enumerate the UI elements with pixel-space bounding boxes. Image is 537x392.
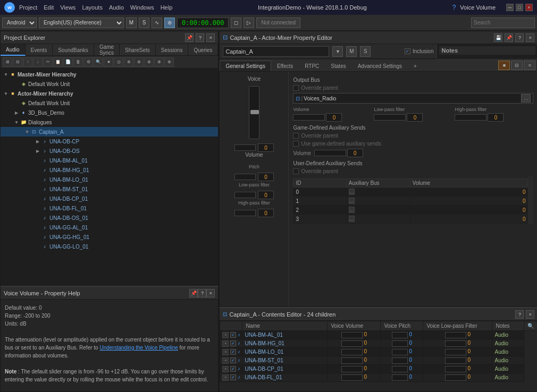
hpf-value[interactable]: 0 [258,209,274,217]
tab-rtpc[interactable]: RTPC [299,61,325,71]
view-btn-2[interactable]: ⊟ [511,61,523,70]
lpf-slider-1[interactable] [445,340,466,347]
contents-question-btn[interactable]: ? [515,310,524,319]
minimize-button[interactable]: ─ [506,4,514,11]
tab-queries[interactable]: Queries [188,44,218,56]
lpf-slider[interactable] [234,192,256,198]
menu-audio[interactable]: Audio [109,4,124,11]
aux-scrollbar[interactable] [528,176,533,224]
tree-item-una-ob-cp[interactable]: ▶ ♪ UNA-OB-CP [1,137,218,146]
tree-btn-14[interactable]: ⊕ [134,57,144,67]
language-select[interactable]: English(US) (Reference) [39,18,124,28]
pitch-slider-4[interactable] [392,366,408,372]
toolbar-s-btn[interactable]: S [139,18,149,28]
tree-btn-5[interactable]: ✂ [43,57,53,67]
tree-btn-11[interactable]: ★ [104,57,113,67]
menu-project[interactable]: Project [19,4,37,11]
expand-ctrl-5[interactable]: + [222,374,229,381]
tree-item-actor-mixer[interactable]: ▼ ■ Actor-Mixer Hierarchy [1,89,218,98]
tab-events[interactable]: Events [26,44,53,56]
aux-bus-1[interactable]: … [346,197,410,206]
lpf-slider-5[interactable] [445,374,466,381]
tab-add[interactable]: + [408,61,423,71]
m-button[interactable]: M [346,46,357,57]
hpf-slider[interactable] [234,210,256,216]
expand-ctrl-4[interactable]: + [222,366,229,372]
prop-question-btn[interactable]: ? [515,33,524,42]
expand-ctrl-0[interactable]: + [222,332,229,338]
lpf-value[interactable]: 0 [258,191,274,199]
check-2[interactable]: ✓ [230,349,236,355]
voice-volume-value[interactable]: 0 [258,143,274,152]
menu-views[interactable]: Views [60,4,75,11]
check-1[interactable]: ✓ [230,340,236,346]
aux-bus-btn-1[interactable]: … [349,198,355,204]
tab-soundbanks[interactable]: SoundBanks [53,44,94,56]
pitch-slider-2[interactable] [392,349,408,355]
expand-ctrl-3[interactable]: + [222,357,229,364]
bus-selector[interactable]: ⊡ | Voices_Radio … [293,93,533,104]
transport-play-btn[interactable]: ▷ [244,18,254,28]
pitch-slider[interactable] [234,174,256,180]
tree-item-una-bm-st[interactable]: ♪ UNA-BM-ST_01 [1,184,218,194]
help-link[interactable]: Understanding the Voice Pipeline [99,345,178,351]
check-4[interactable]: ✓ [230,366,236,372]
game-aux-vol-slider[interactable] [314,150,346,156]
view-btn-3[interactable]: ≡ [524,61,535,70]
tree-item-3dbus[interactable]: ▶ ♦ 3D_Bus_Demo [1,108,218,117]
tree-btn-6[interactable]: 📋 [53,57,63,67]
contents-table-container[interactable]: Name Voice Volume Voice Pitch Voice Low-… [220,321,537,391]
help-pin-btn[interactable]: 📌 [189,289,198,297]
project-tree[interactable]: ▼ ■ Master-Mixer Hierarchy ◆ Default Wor… [1,69,218,285]
tree-item-master-mixer[interactable]: ▼ ■ Master-Mixer Hierarchy [1,70,218,79]
tree-item-default-work-2[interactable]: ◆ Default Work Unit [1,98,218,108]
lpf-slider-4[interactable] [445,366,466,372]
user-aux-override-checkbox[interactable] [293,168,299,174]
game-aux-use-checkbox[interactable] [293,141,299,147]
tree-item-default-work-1[interactable]: ◆ Default Work Unit [1,79,218,89]
tab-sessions[interactable]: Sessions [156,44,189,56]
contents-close-btn[interactable]: × [526,310,534,319]
tree-btn-16[interactable]: ⊕ [154,57,164,67]
vol-slider-2[interactable] [341,349,363,355]
tab-effects[interactable]: Effects [271,61,299,71]
voice-volume-slider[interactable] [249,86,259,139]
explorer-pin-btn[interactable]: 📌 [185,33,194,42]
check-5[interactable]: ✓ [230,374,236,380]
tab-audio[interactable]: Audio [1,44,26,56]
aux-bus-0[interactable]: … [346,188,410,197]
lpf-filter-value[interactable]: 0 [407,113,423,122]
tab-states[interactable]: States [325,61,351,71]
tree-item-una-gg-lo[interactable]: ♪ UNA-GG-LO_01 [1,242,218,251]
tree-btn-8[interactable]: 🗑 [73,57,83,67]
lpf-slider-3[interactable] [445,357,466,364]
vol-slider-0[interactable] [341,332,363,338]
output-override-checkbox[interactable] [293,85,299,91]
help-question-btn[interactable]: ? [198,289,206,297]
tree-item-una-gg-hg[interactable]: ♪ UNA-GG-HG_01 [1,232,218,242]
tree-item-captain-a[interactable]: ▼ ⊡ Captain_A [1,127,218,137]
menu-help[interactable]: Help [161,4,173,11]
tree-item-una-db-os[interactable]: ♪ UNA-DB-OS_01 [1,213,218,223]
toolbar-m-btn[interactable]: M [126,18,137,28]
aux-bus-2[interactable]: … [346,206,410,215]
tree-btn-4[interactable]: ↓ [33,57,43,67]
inclusion-checkbox[interactable]: ✓ [405,48,410,54]
check-0[interactable]: ✓ [230,332,236,338]
col-name[interactable]: Name [242,321,328,331]
col-search[interactable]: 🔍 [524,321,537,331]
tree-item-una-bm-hg[interactable]: ♪ UNA-BM-HG_01 [1,165,218,175]
tree-btn-9[interactable]: ⚙ [83,57,93,67]
transport-stop-btn[interactable]: ◻ [231,18,241,28]
tree-item-una-bm-lo[interactable]: ♪ UNA-BM-LO_01 [1,175,218,184]
tree-btn-3[interactable]: ↑ [23,57,32,67]
tree-btn-12[interactable]: ◎ [114,57,123,67]
pitch-slider-5[interactable] [392,374,408,381]
tab-gamesyncs[interactable]: Game Syncs [94,44,120,56]
tree-btn-7[interactable]: 📄 [63,57,73,67]
vol-filter-value[interactable]: 0 [326,113,342,122]
col-voice-vol[interactable]: Voice Volume [328,321,381,331]
name-settings-btn[interactable]: ▼ [332,46,343,57]
tree-btn-2[interactable]: ⊟ [13,57,22,67]
lpf-filter-slider[interactable] [374,114,406,121]
